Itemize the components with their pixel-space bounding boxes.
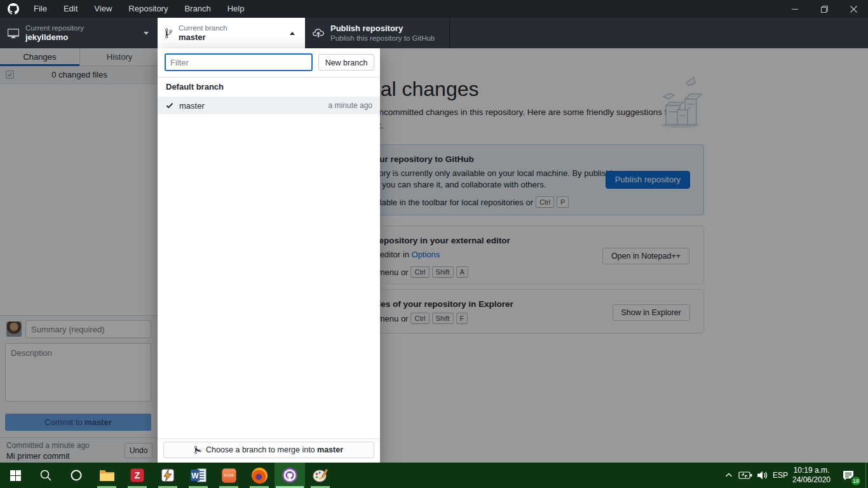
- taskbar-word[interactable]: W: [183, 463, 214, 488]
- publish-subtitle: Publish this repository to GitHub: [330, 34, 435, 43]
- taskbar-github-desktop[interactable]: [275, 463, 305, 488]
- close-button[interactable]: [839, 0, 868, 18]
- branch-list-item-master[interactable]: master a minute ago: [158, 97, 380, 114]
- file-explorer-icon: [99, 468, 115, 482]
- github-desktop-icon: [281, 467, 298, 484]
- search-icon: [39, 469, 52, 482]
- taskbar-winamp[interactable]: [153, 463, 183, 488]
- menu-file[interactable]: File: [25, 0, 55, 18]
- search-button[interactable]: [31, 463, 61, 488]
- desktop-icon: [8, 27, 19, 39]
- notification-badge: 18: [850, 475, 862, 487]
- publish-repository-toolbar-button[interactable]: Publish repository Publish this reposito…: [305, 18, 450, 48]
- taskbar-firefox[interactable]: [244, 463, 275, 488]
- git-branch-icon: [165, 28, 172, 39]
- tray-date: 24/06/2020: [792, 475, 831, 485]
- check-icon: [166, 101, 173, 110]
- chevron-up-icon: [290, 32, 295, 35]
- zotero-icon: Z: [130, 468, 144, 482]
- branch-filter-input[interactable]: [165, 53, 313, 71]
- show-desktop-button[interactable]: [865, 463, 868, 488]
- menu-branch[interactable]: Branch: [176, 0, 219, 18]
- toolbar: Current repository jekylldemo Current br…: [0, 18, 868, 48]
- menubar: File Edit View Repository Branch Help: [0, 0, 868, 18]
- taskbar-paint[interactable]: [305, 463, 336, 488]
- branch-name: master: [179, 32, 227, 43]
- branch-item-time: a minute ago: [329, 101, 372, 110]
- clock[interactable]: 10:19 a.m. 24/06/2020: [792, 463, 831, 488]
- minimize-button[interactable]: [780, 0, 810, 18]
- menu-edit[interactable]: Edit: [55, 0, 86, 18]
- tray-chevron-up[interactable]: [722, 463, 736, 488]
- current-branch-button[interactable]: Current branch master: [158, 18, 305, 48]
- cortana-circle-icon: [70, 469, 83, 482]
- new-branch-button[interactable]: New branch: [318, 54, 374, 71]
- word-icon: W: [191, 468, 207, 482]
- github-logo-icon: [8, 3, 19, 15]
- taskbar-zotero[interactable]: Z: [122, 463, 153, 488]
- svg-text:W: W: [191, 471, 199, 480]
- menu-repository[interactable]: Repository: [120, 0, 176, 18]
- windows-taskbar: Z W ICON: [0, 463, 868, 488]
- chevron-down-icon: [144, 32, 149, 35]
- dropdown-footer: Choose a branch to merge into master: [158, 438, 380, 463]
- repo-label: Current repository: [25, 24, 84, 32]
- merge-branch-button[interactable]: Choose a branch to merge into master: [163, 442, 374, 458]
- start-button[interactable]: [0, 463, 31, 488]
- branch-item-name: master: [179, 101, 205, 111]
- default-branch-header: Default branch: [166, 82, 224, 92]
- merge-button-text: Choose a branch to merge into master: [206, 445, 343, 454]
- battery-icon[interactable]: [737, 463, 754, 488]
- restore-button[interactable]: [810, 0, 839, 18]
- action-center-button[interactable]: 18: [834, 463, 863, 488]
- branch-label: Current branch: [179, 24, 227, 32]
- git-merge-icon: [194, 445, 201, 454]
- cloud-upload-icon: [313, 27, 324, 39]
- tray-time: 10:19 a.m.: [794, 466, 830, 475]
- volume-icon[interactable]: [755, 463, 770, 488]
- cortana-button[interactable]: [61, 463, 92, 488]
- winamp-icon: [160, 468, 175, 483]
- dim-overlay-right[interactable]: [380, 48, 868, 463]
- window-controls: [780, 0, 868, 18]
- dim-overlay-left[interactable]: [0, 48, 159, 463]
- current-repository-button[interactable]: Current repository jekylldemo: [0, 18, 158, 48]
- icon-editor-icon: ICON: [222, 468, 236, 483]
- publish-title: Publish repository: [330, 24, 435, 34]
- github-desktop-window: File Edit View Repository Branch Help Cu…: [0, 0, 868, 488]
- taskbar-icon-editor[interactable]: ICON: [214, 463, 244, 488]
- branch-dropdown: New branch Default branch master a minut…: [158, 48, 380, 463]
- language-indicator[interactable]: ESP: [770, 463, 790, 488]
- taskbar-file-explorer[interactable]: [92, 463, 122, 488]
- menu-help[interactable]: Help: [219, 0, 253, 18]
- paint-icon: [313, 468, 329, 483]
- repo-name: jekylldemo: [25, 32, 84, 43]
- dropdown-divider: [158, 77, 380, 78]
- menu-view[interactable]: View: [86, 0, 120, 18]
- firefox-icon: [252, 468, 268, 484]
